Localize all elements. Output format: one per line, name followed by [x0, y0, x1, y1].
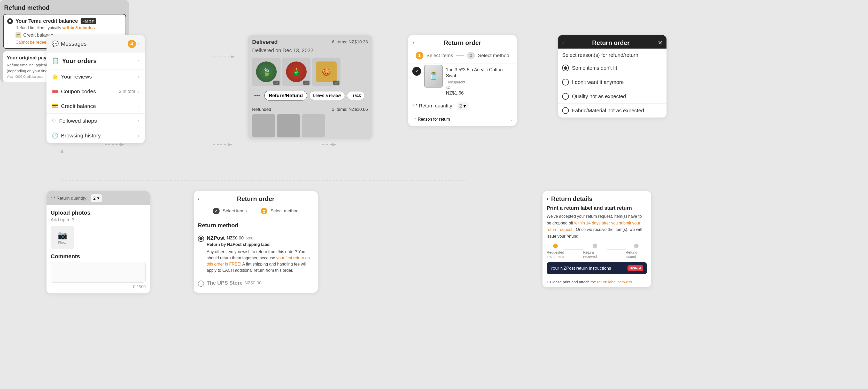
messages-header[interactable]: 💬 Messages 4 › [46, 35, 145, 53]
reason2-text: I don't want it anymore [572, 79, 624, 85]
reason3-text: Quality not as expected [572, 94, 626, 99]
method-nzpost[interactable]: NZPost NZ$0.00 6:00 Return by NZPost shi… [198, 232, 314, 277]
leave-review-button[interactable]: Leave a review [309, 91, 345, 100]
orders-icon: 📋 [52, 57, 59, 65]
step2-line [250, 211, 257, 211]
upload-qty-select[interactable]: 2 ▾ [91, 194, 102, 202]
messages-icon: 💬 [52, 40, 59, 47]
return-method-section: Return method NZPost NZ$0.00 6:00 Return… [194, 219, 318, 293]
comments-section: Comments 0 / 500 [46, 253, 150, 293]
reasons-close-button[interactable]: ✕ [658, 39, 662, 46]
nzpost-logo: NZPost [627, 265, 644, 271]
upload-photos-panel: * * Return quantity: 2 ▾ Upload photos A… [46, 191, 150, 293]
return2-stepper: ✓ Select items 2 Select method [194, 205, 318, 219]
qty-dropdown-icon: ▾ [463, 103, 466, 109]
back-button-step1[interactable]: ‹ [412, 39, 414, 46]
reason2-radio [562, 79, 569, 86]
refund-header: Refund method [0, 0, 129, 14]
refunded-header: Refunded 3 items: NZ$10.66 [252, 107, 368, 112]
details-title: Return details [551, 195, 592, 202]
product-img-1: 🍃 x2 [252, 58, 281, 86]
reason-item-1[interactable]: Some items don't fit [558, 61, 666, 75]
method-ups[interactable]: The UPS Store NZ$0.00 [198, 277, 314, 289]
nzpost-info: NZPost NZ$0.00 6:00 Return by NZPost shi… [207, 235, 314, 273]
ups-info: The UPS Store NZ$0.00 [207, 280, 314, 287]
return-label-link[interactable]: return label below to [597, 280, 632, 284]
return-product-image: 🫙 [424, 67, 443, 86]
heart-icon: ♡ [52, 118, 57, 124]
track-button[interactable]: Track [347, 91, 365, 100]
step2-label: Select method [478, 53, 509, 58]
upload-section: Upload photos Add up to 3 📷 Photo [46, 205, 150, 253]
reason-item-2[interactable]: I don't want it anymore [558, 75, 666, 89]
delivered-header: Delivered 6 items: NZ$10.33 [248, 35, 372, 47]
followed-shops-item[interactable]: ♡ Followed shops › [46, 114, 145, 128]
reason1-radio [562, 65, 569, 71]
delivered-count: 6 items: NZ$10.33 [332, 39, 368, 45]
delivery-date: Delivered on Dec 13, 2022 [248, 47, 372, 56]
step-requested: Requested Feb 21, 2023 [547, 244, 564, 259]
reviews-chevron: › [138, 74, 140, 79]
product-checkmark: ✓ [412, 67, 421, 76]
credit-option-name: Your Temu credit balance [16, 18, 78, 24]
more-options-button[interactable]: ••• [252, 91, 262, 100]
reasons-header: ‹ Return order ✕ [558, 35, 666, 48]
return-refund-button[interactable]: Return/Refund [264, 91, 307, 100]
upload-qty-row: * * Return quantity: 2 ▾ [46, 191, 150, 205]
reasons-back-button[interactable]: ‹ [562, 39, 564, 46]
reason4-text: Fabric/Material not as expected [572, 108, 644, 114]
stepper-line-2 [607, 250, 626, 250]
return-order-step2-panel: ‹ Return order ✓ Select items 2 Select m… [194, 191, 318, 293]
coupon-count: 3 in total [119, 89, 136, 94]
history-icon: 🕐 [52, 132, 58, 139]
stepper-line-1 [564, 250, 583, 250]
refunded-label: Refunded [252, 107, 271, 112]
credit-chevron: › [138, 104, 140, 109]
step1-circle: 1 [416, 52, 424, 59]
followed-chevron: › [138, 118, 140, 124]
coupon-codes-item[interactable]: 🎟️ Coupon codes 3 in total › [46, 84, 145, 99]
return-reasons-panel: ‹ Return order ✕ Select reason(s) for re… [558, 35, 666, 118]
return-product-row: ✓ 🫙 1pc 3.5*3.5in Acrylic Cotton Swab...… [408, 64, 517, 99]
return2-header: ‹ Return order [194, 191, 318, 205]
return-qty-label: * * Return quantity: [412, 103, 454, 109]
upload-photo-button[interactable]: 📷 Photo [51, 226, 74, 249]
ups-radio [198, 281, 204, 287]
account-menu-panel: 💬 Messages 4 › 📋 Your orders › ⭐ Your re… [46, 35, 145, 143]
refunded-count: 3 items: NZ$10.66 [332, 107, 368, 112]
ups-price: NZ$0.00 [245, 281, 261, 286]
step2-2-circle: 2 [261, 208, 268, 215]
browsing-history-item[interactable]: 🕐 Browsing history › [46, 128, 145, 143]
upload-qty-dropdown: ▾ [97, 196, 99, 201]
messages-label: Messages [61, 40, 87, 47]
return2-back-button[interactable]: ‹ [198, 196, 200, 202]
your-orders-row[interactable]: 📋 Your orders › [46, 53, 145, 69]
details-back-button[interactable]: ‹ [547, 196, 549, 202]
step2-1-circle: ✓ [213, 208, 220, 215]
coupon-chevron: › [138, 89, 140, 94]
return-reason-row[interactable]: * * Reason for return › [408, 113, 517, 126]
return-product-info: 1pc 3.5*3.5in Acrylic Cotton Swab... Tra… [446, 67, 513, 96]
step2-circle: 2 [467, 52, 475, 59]
return-order-header: ‹ Return order [408, 35, 517, 49]
reason-item-3[interactable]: Quality not as expected [558, 89, 666, 103]
product-qty: x2 [446, 85, 513, 89]
credit-balance-item[interactable]: 💳 Credit balance › [46, 99, 145, 114]
return-qty-row: * * Return quantity: 2 ▾ [408, 99, 517, 113]
your-reviews-item[interactable]: ⭐ Your reviews › [46, 69, 145, 84]
nzpost-radio [198, 235, 204, 242]
char-count: 0 / 500 [51, 285, 146, 289]
upload-title: Upload photos [51, 209, 146, 216]
reason-item-4[interactable]: Fabric/Material not as expected [558, 103, 666, 118]
reasons-panel-title: Return order [592, 39, 629, 46]
credit-balance-icon: 💳 [16, 32, 21, 38]
refunded-img-2 [277, 114, 300, 137]
return-details-panel: ‹ Return details Print a return label an… [542, 191, 651, 287]
qty-select[interactable]: 2 ▾ [457, 102, 469, 110]
step1-label: Select items [427, 53, 453, 58]
comments-textarea[interactable] [51, 262, 146, 283]
nzpost-name: NZPost [207, 235, 225, 241]
refunded-img-3 [302, 114, 325, 137]
return2-title: Return order [237, 195, 274, 202]
nzpost-instructions-card[interactable]: Your NZPost return instructions NZPost [547, 262, 647, 274]
